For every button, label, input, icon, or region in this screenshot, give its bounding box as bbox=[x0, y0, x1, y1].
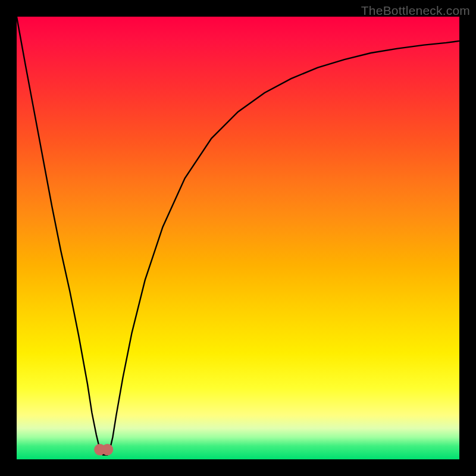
curve-marker bbox=[102, 444, 113, 455]
bottleneck-curve bbox=[17, 17, 459, 455]
marker-group bbox=[94, 444, 113, 455]
chart-frame: TheBottleneck.com bbox=[0, 0, 476, 476]
bottleneck-curve-svg bbox=[17, 17, 459, 459]
watermark-text: TheBottleneck.com bbox=[361, 4, 470, 18]
